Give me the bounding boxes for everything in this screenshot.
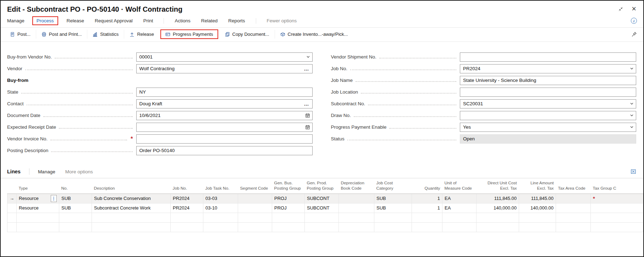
cell-line-amount-excl-tax[interactable]: 140,000.00 [519, 203, 556, 213]
cell-gen-bus-posting-group[interactable]: PROJ [272, 203, 305, 213]
cell-quantity[interactable]: 1 [412, 194, 442, 203]
column-header-gen-bus-posting-group[interactable]: Gen. Bus. Posting Group [272, 178, 305, 194]
cell-description[interactable] [92, 213, 171, 222]
cell-direct-unit-cost-excl-tax[interactable]: 111,845.00 [477, 194, 519, 203]
input-contact[interactable]: Doug Kraft… [136, 99, 313, 108]
assist-edit-button[interactable]: … [303, 66, 310, 72]
input-expected-receipt-date[interactable] [136, 123, 313, 132]
chevron-down-icon[interactable] [630, 125, 634, 129]
cell-line-amount-excl-tax[interactable]: 111,845.00 [519, 194, 556, 203]
info-icon[interactable]: i [631, 18, 637, 24]
column-header-direct-unit-cost-excl-tax[interactable]: Direct Unit Cost Excl. Tax [477, 178, 519, 194]
chevron-down-icon[interactable] [630, 102, 634, 106]
cell-description[interactable]: Subcontract Concrete Work [92, 203, 171, 213]
toolbar-button-post-and-print[interactable]: Post and Print... [36, 30, 87, 39]
cell-tax-area-code[interactable] [556, 203, 591, 213]
input-job-no[interactable]: PR2024 [460, 64, 636, 73]
cell-tax-group-c[interactable] [591, 213, 643, 222]
cell-segment-code[interactable] [238, 203, 272, 213]
cell-job-task-no[interactable] [203, 213, 238, 222]
cell-gen-bus-posting-group[interactable] [272, 213, 305, 222]
column-header-gen-prod-posting-group[interactable]: Gen. Prod. Posting Group [305, 178, 339, 194]
cell-gen-prod-posting-group[interactable]: SUBCONT [305, 203, 339, 213]
cell-depreciation-book-code[interactable] [339, 213, 374, 222]
lines-menu-more-options[interactable]: More options [65, 169, 93, 174]
cell-tax-group-c[interactable]: * [591, 194, 643, 203]
cell-unit-of-measure-code[interactable] [442, 213, 477, 222]
toolbar-button-progress-payments[interactable]: Progress Payments [160, 29, 218, 39]
cell-unit-of-measure-code[interactable] [442, 222, 477, 232]
cell-description[interactable]: Sub Concrete Conservation [92, 194, 171, 203]
lines-menu-manage[interactable]: Manage [38, 169, 55, 174]
cell-depreciation-book-code[interactable] [339, 222, 374, 232]
cell-job-no[interactable] [171, 213, 203, 222]
menu-item-actions[interactable]: Actions [175, 17, 190, 25]
menu-item-related[interactable]: Related [201, 17, 218, 25]
cell-segment-code[interactable] [238, 213, 272, 222]
table-row[interactable]: →Resource⋮SUBSub Concrete ConservationPR… [7, 194, 643, 203]
pin-icon[interactable] [632, 32, 637, 37]
column-header-no[interactable]: No. [59, 178, 92, 194]
table-row[interactable] [7, 213, 643, 222]
cell-line-amount-excl-tax[interactable] [519, 213, 556, 222]
toolbar-button-release[interactable]: Release [124, 30, 159, 39]
table-row[interactable]: ResourceSUBSubcontract Concrete WorkPR20… [7, 203, 643, 213]
collapse-window-icon[interactable] [618, 7, 623, 11]
cell-job-cost-category[interactable] [374, 222, 412, 232]
cell-unit-of-measure-code[interactable]: EA [442, 203, 477, 213]
toolbar-button-create-invento-away-pick[interactable]: Create Invento...-away/Pick... [275, 30, 353, 39]
toolbar-button-post[interactable]: Post... [10, 30, 36, 39]
row-options-menu-icon[interactable]: ⋮ [51, 195, 57, 202]
close-icon[interactable]: × [632, 6, 636, 11]
input-draw-no[interactable] [460, 111, 636, 120]
menu-item-fewer-options[interactable]: Fewer options [267, 17, 297, 25]
cell-quantity[interactable] [412, 213, 442, 222]
cell-gen-prod-posting-group[interactable]: SUBCONT [305, 194, 339, 203]
chevron-down-icon[interactable] [630, 67, 634, 71]
input-vendor-shipment-no[interactable] [460, 52, 636, 62]
cell-no[interactable]: SUB [59, 194, 92, 203]
input-vendor-invoice-no[interactable] [136, 134, 313, 144]
toolbar-button-copy-document[interactable]: Copy Document... [219, 30, 275, 39]
cell-tax-area-code[interactable] [556, 194, 591, 203]
cell-depreciation-book-code[interactable] [339, 203, 374, 213]
column-header-job-cost-category[interactable]: Job Cost Category [374, 178, 412, 194]
column-header-job-no[interactable]: Job No. [171, 178, 203, 194]
menu-item-request-approval[interactable]: Request Approval [95, 17, 133, 25]
cell-direct-unit-cost-excl-tax[interactable]: 140,000.00 [477, 203, 519, 213]
column-header-line-amount-excl-tax[interactable]: Line Amount Excl. Tax [519, 178, 556, 194]
column-header-job-task-no[interactable]: Job Task No. [203, 178, 238, 194]
open-in-excel-icon[interactable] [631, 169, 636, 174]
table-row[interactable] [7, 222, 643, 232]
calendar-icon[interactable] [305, 125, 310, 130]
cell-tax-area-code[interactable] [556, 222, 591, 232]
cell-quantity[interactable] [412, 222, 442, 232]
cell-job-no[interactable]: PR2024 [171, 203, 203, 213]
menu-item-release[interactable]: Release [67, 17, 84, 25]
cell-job-task-no[interactable]: 03-03 [203, 194, 238, 203]
assist-edit-button[interactable]: … [303, 101, 310, 107]
column-header-quantity[interactable]: Quantity [412, 178, 442, 194]
column-header-tax-area-code[interactable]: Tax Area Code [556, 178, 591, 194]
cell-quantity[interactable]: 1 [412, 203, 442, 213]
cell-job-task-no[interactable] [203, 222, 238, 232]
cell-gen-bus-posting-group[interactable]: PROJ [272, 194, 305, 203]
toolbar-button-statistics[interactable]: Statistics [87, 30, 124, 39]
cell-no[interactable]: SUB [59, 203, 92, 213]
column-header-description[interactable]: Description [92, 178, 171, 194]
cell-description[interactable] [92, 222, 171, 232]
cell-line-amount-excl-tax[interactable] [519, 222, 556, 232]
input-document-date[interactable]: 10/6/2021 [136, 111, 313, 120]
cell-direct-unit-cost-excl-tax[interactable] [477, 222, 519, 232]
cell-job-no[interactable] [171, 222, 203, 232]
lines-caption[interactable]: Lines [7, 169, 21, 174]
cell-gen-bus-posting-group[interactable] [272, 222, 305, 232]
input-posting-description[interactable]: Order PO-50140 [136, 146, 313, 155]
input-subcontract-no[interactable]: SC20031 [460, 99, 636, 108]
column-header-type[interactable]: Type [17, 178, 59, 194]
cell-type[interactable]: Resource [17, 203, 59, 213]
cell-job-cost-category[interactable] [374, 213, 412, 222]
cell-gen-prod-posting-group[interactable] [305, 222, 339, 232]
cell-no[interactable] [59, 213, 92, 222]
menu-item-manage[interactable]: Manage [7, 17, 24, 25]
